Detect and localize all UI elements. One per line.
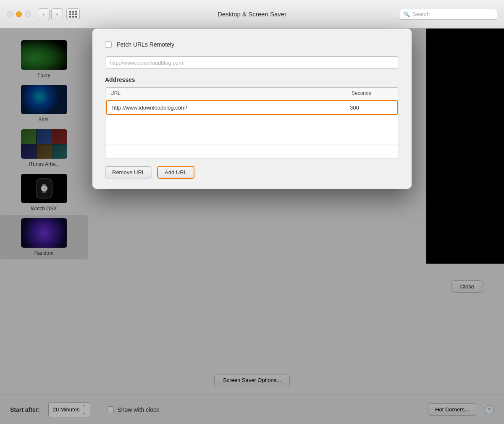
minimize-window-button[interactable]: [16, 11, 22, 17]
maximize-window-button[interactable]: [25, 11, 31, 17]
main-area: Flurry Shell iTunes Artw... ⌚ Watch OSX: [0, 29, 504, 424]
search-input[interactable]: Search: [412, 11, 430, 17]
grid-view-button[interactable]: [66, 8, 80, 20]
seconds-cell: 300: [350, 105, 392, 111]
url-table-header: URL Seconds: [105, 88, 399, 99]
url-placeholder-text: http://www.idownloadblog.com: [110, 60, 183, 66]
remove-url-button[interactable]: Remove URL: [105, 166, 152, 178]
fetch-urls-checkbox[interactable]: [105, 41, 112, 48]
fetch-urls-label: Fetch URLs Remotely: [117, 41, 174, 48]
back-button[interactable]: ‹: [38, 8, 50, 20]
fetch-urls-row: Fetch URLs Remotely: [105, 41, 399, 48]
window-title: Desktop & Screen Saver: [218, 10, 286, 18]
url-cell: http://www.idownloadblog.com/: [112, 105, 350, 111]
url-column-header: URL: [110, 90, 352, 96]
url-input-display[interactable]: http://www.idownloadblog.com: [105, 56, 399, 69]
url-table-row[interactable]: [105, 130, 399, 144]
addresses-label: Addresses: [105, 76, 399, 83]
add-url-button[interactable]: Add URL: [157, 166, 194, 179]
url-table-row[interactable]: http://www.idownloadblog.com/ 300: [106, 100, 398, 115]
nav-buttons: ‹ ›: [38, 8, 63, 20]
modal-overlay: Fetch URLs Remotely http://www.idownload…: [0, 29, 504, 424]
search-bar[interactable]: 🔍 Search: [399, 9, 497, 20]
close-window-button[interactable]: [7, 11, 13, 17]
title-bar: ‹ › Desktop & Screen Saver 🔍 Search: [0, 0, 504, 29]
url-table-row[interactable]: [105, 144, 399, 159]
url-settings-modal: Fetch URLs Remotely http://www.idownload…: [92, 29, 412, 189]
forward-button[interactable]: ›: [51, 8, 63, 20]
search-icon: 🔍: [404, 11, 410, 17]
url-table-row[interactable]: [105, 116, 399, 130]
traffic-lights: [7, 11, 31, 17]
grid-dots-icon: [69, 11, 77, 18]
modal-buttons: Remove URL Add URL: [105, 166, 399, 179]
seconds-column-header: Seconds: [352, 90, 394, 96]
url-table: URL Seconds http://www.idownloadblog.com…: [105, 87, 399, 159]
